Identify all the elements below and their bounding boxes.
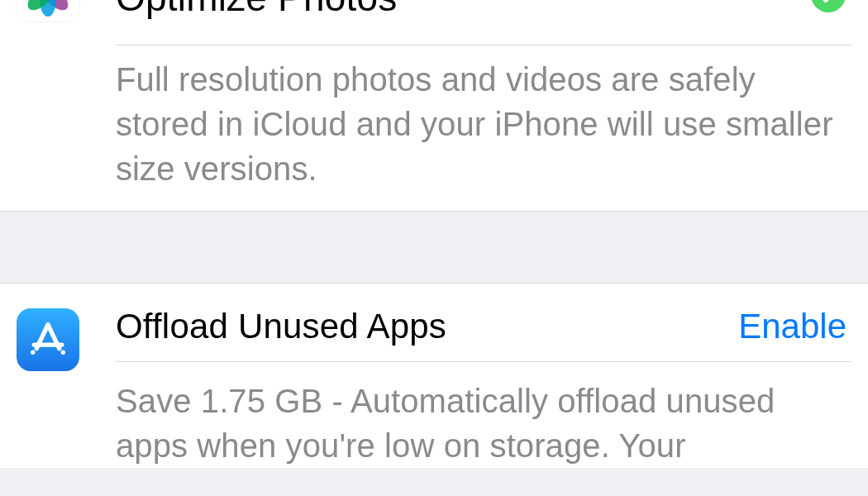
svg-point-13	[61, 351, 65, 355]
recommendation-title: Optimize Photos	[116, 0, 397, 20]
photos-app-icon	[17, 0, 79, 21]
appstore-app-icon	[17, 308, 79, 371]
enable-button[interactable]: Enable	[738, 307, 851, 346]
recommendation-title: Offload Unused Apps	[116, 307, 446, 346]
svg-point-12	[31, 351, 35, 355]
svg-point-8	[811, 0, 846, 12]
recommendation-description: Full resolution photos and videos are sa…	[116, 45, 851, 211]
recommendation-optimize-photos[interactable]: Optimize Photos Full resolution photos a…	[0, 0, 868, 211]
recommendation-offload-apps[interactable]: Offload Unused Apps Enable Save 1.75 GB …	[0, 284, 868, 468]
recommendation-description: Save 1.75 GB - Automatically offload unu…	[116, 362, 851, 468]
section-gap	[0, 211, 868, 284]
checkmark-enabled-icon	[810, 0, 847, 13]
